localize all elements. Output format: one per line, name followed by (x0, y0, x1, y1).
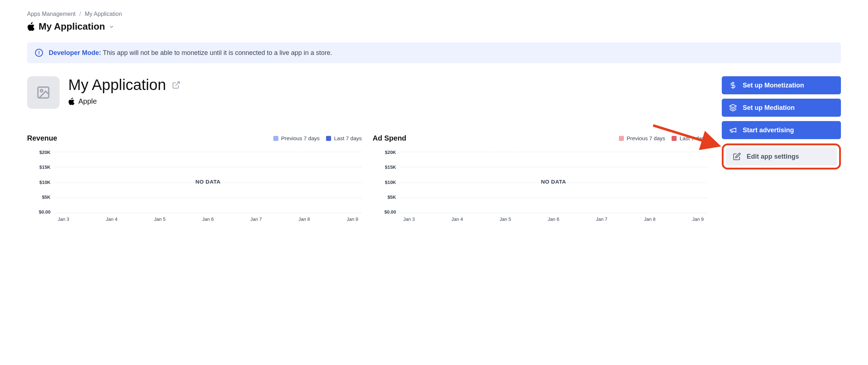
no-data-label: NO DATA (400, 150, 707, 213)
x-tick: Jan 6 (548, 216, 559, 222)
chart-title-revenue: Revenue (27, 134, 57, 142)
legend-label: Previous 7 days (627, 135, 665, 141)
y-tick: $0.00 (373, 209, 396, 215)
x-tick: Jan 6 (202, 216, 214, 222)
megaphone-icon (729, 126, 737, 134)
chart-revenue: Revenue Previous 7 days Last 7 days (27, 134, 362, 222)
action-panel: Set up Monetization Set up Mediation Sta… (722, 76, 841, 169)
dollar-icon (729, 81, 737, 89)
platform-row: Apple (68, 97, 181, 106)
info-icon: ! (35, 49, 43, 57)
x-tick: Jan 4 (451, 216, 463, 222)
y-tick: $5K (373, 194, 396, 200)
app-title: My Application (68, 76, 166, 94)
app-header: My Application Apple (27, 76, 707, 109)
swatch-prev (273, 136, 278, 141)
x-tick: Jan 7 (250, 216, 262, 222)
legend-label: Last 7 days (680, 135, 707, 141)
x-tick: Jan 3 (403, 216, 415, 222)
swatch-prev (619, 136, 624, 141)
breadcrumb: Apps Management / My Application (27, 11, 841, 17)
y-tick: $15K (373, 164, 396, 170)
external-link-icon[interactable] (172, 81, 181, 89)
chart-adspend: Ad Spend Previous 7 days Last 7 days (373, 134, 707, 222)
x-axis: Jan 3 Jan 4 Jan 5 Jan 6 Jan 7 Jan 8 Jan … (400, 216, 707, 222)
legend-adspend-prev: Previous 7 days (619, 135, 665, 141)
chart-title-adspend: Ad Spend (373, 134, 406, 142)
svg-marker-5 (730, 104, 736, 108)
legend-revenue-last: Last 7 days (326, 135, 362, 141)
button-label: Edit app settings (747, 153, 799, 160)
x-tick: Jan 9 (347, 216, 358, 222)
image-placeholder-icon (36, 85, 51, 100)
edit-app-settings-button[interactable]: Edit app settings (726, 147, 837, 166)
breadcrumb-parent[interactable]: Apps Management (27, 11, 75, 17)
y-axis: $20K $15K $10K $5K $0.00 (27, 150, 51, 215)
highlight-edit-settings: Edit app settings (722, 143, 841, 169)
y-tick: $0.00 (27, 209, 51, 215)
x-tick: Jan 5 (500, 216, 511, 222)
legend-label: Last 7 days (334, 135, 362, 141)
app-selector[interactable]: My Application (27, 21, 114, 32)
no-data-label: NO DATA (54, 150, 362, 213)
app-selector-name: My Application (39, 21, 105, 32)
set-up-monetization-button[interactable]: Set up Monetization (722, 76, 841, 94)
breadcrumb-separator: / (79, 11, 81, 17)
legend-adspend-last: Last 7 days (672, 135, 707, 141)
apple-icon (68, 98, 75, 106)
chevron-down-icon (109, 24, 114, 30)
legend-revenue-prev: Previous 7 days (273, 135, 320, 141)
edit-icon (733, 153, 741, 160)
button-label: Set up Mediation (743, 104, 795, 112)
y-tick: $15K (27, 164, 51, 170)
x-tick: Jan 8 (644, 216, 656, 222)
x-tick: Jan 3 (58, 216, 69, 222)
x-tick: Jan 4 (106, 216, 117, 222)
x-axis: Jan 3 Jan 4 Jan 5 Jan 6 Jan 7 Jan 8 Jan … (54, 216, 362, 222)
x-tick: Jan 7 (596, 216, 607, 222)
y-tick: $10K (27, 180, 51, 185)
y-tick: $20K (27, 150, 51, 155)
y-tick: $20K (373, 150, 396, 155)
swatch-last (326, 136, 331, 141)
button-label: Start advertising (743, 126, 794, 134)
button-label: Set up Monetization (743, 82, 804, 89)
layers-icon (729, 104, 737, 112)
y-tick: $10K (373, 180, 396, 185)
x-tick: Jan 5 (154, 216, 166, 222)
apple-icon (27, 22, 35, 31)
start-advertising-button[interactable]: Start advertising (722, 121, 841, 139)
swatch-last (672, 136, 677, 141)
x-tick: Jan 9 (692, 216, 704, 222)
banner-message: This app will not be able to monetize un… (103, 49, 332, 56)
set-up-mediation-button[interactable]: Set up Mediation (722, 99, 841, 117)
svg-line-2 (175, 82, 179, 86)
platform-name: Apple (78, 97, 97, 106)
banner-label: Developer Mode: (49, 49, 101, 56)
y-tick: $5K (27, 194, 51, 200)
y-axis: $20K $15K $10K $5K $0.00 (373, 150, 396, 215)
developer-mode-banner: ! Developer Mode: This app will not be a… (27, 42, 841, 63)
x-tick: Jan 8 (299, 216, 310, 222)
legend-label: Previous 7 days (281, 135, 320, 141)
app-icon-placeholder (27, 76, 60, 109)
svg-point-1 (40, 90, 43, 92)
breadcrumb-current: My Application (85, 11, 122, 17)
